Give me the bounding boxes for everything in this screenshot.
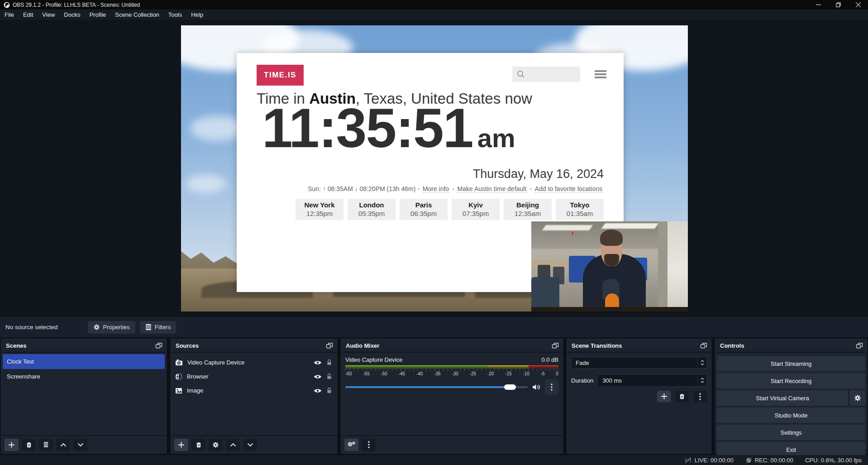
webcam-video-source[interactable] bbox=[531, 221, 688, 312]
scene-item-screenshare[interactable]: Screenshare bbox=[3, 369, 165, 384]
virtual-camera-config-button[interactable] bbox=[850, 390, 865, 406]
properties-button[interactable]: Properties bbox=[88, 321, 135, 334]
add-scene-button[interactable] bbox=[5, 439, 19, 451]
obs-logo-icon bbox=[4, 2, 10, 8]
transition-value: Fade bbox=[572, 360, 697, 366]
source-item-browser[interactable]: Browser bbox=[171, 369, 337, 384]
program-canvas[interactable]: TIME.IS Time in Austin, Texas, United St… bbox=[181, 25, 688, 312]
popout-icon[interactable] bbox=[552, 342, 559, 349]
remove-source-button[interactable] bbox=[191, 439, 205, 451]
popout-icon[interactable] bbox=[700, 342, 707, 349]
source-item-image[interactable]: Image bbox=[171, 384, 337, 398]
scene-item-clock-test[interactable]: Clock Test bbox=[3, 354, 165, 369]
volume-meter bbox=[345, 365, 558, 369]
duration-spinbox[interactable]: 300 ms bbox=[597, 374, 707, 387]
window-wall bbox=[668, 221, 688, 312]
source-item-video-capture[interactable]: Video Capture Device bbox=[171, 355, 337, 369]
volume-slider-handle[interactable] bbox=[504, 384, 516, 390]
add-source-button[interactable] bbox=[174, 439, 188, 451]
live-status: LIVE: 00:00:00 bbox=[684, 457, 734, 464]
obs-window: OBS 29.1.2 - Profile: LLHLS BETA - Scene… bbox=[0, 0, 868, 465]
studio-mode-button[interactable]: Studio Mode bbox=[717, 407, 865, 423]
make-default-link: Make Austin time default bbox=[458, 185, 527, 193]
city-tile: Beijing12:35am bbox=[504, 199, 552, 220]
minimize-button[interactable] bbox=[808, 0, 828, 10]
scenes-toolbar bbox=[1, 435, 166, 453]
meter-tick-labels: -60-55-50-45-40-35-30-25-20-15-10-50 bbox=[345, 371, 558, 376]
move-source-up-button[interactable] bbox=[226, 439, 240, 451]
image-icon bbox=[175, 388, 182, 394]
source-properties-button[interactable] bbox=[209, 439, 223, 451]
camera-icon bbox=[175, 359, 183, 366]
menu-docks[interactable]: Docks bbox=[59, 10, 85, 20]
unlock-icon[interactable] bbox=[326, 359, 332, 366]
chevron-up-icon bbox=[701, 378, 704, 380]
mixer-menu-button[interactable] bbox=[362, 439, 376, 451]
gear-icon bbox=[854, 394, 861, 402]
remove-transition-button[interactable] bbox=[675, 391, 689, 402]
mixer-channel-menu-button[interactable] bbox=[545, 379, 558, 395]
shirt-graphic bbox=[605, 293, 619, 308]
close-button[interactable] bbox=[848, 0, 868, 10]
menu-help[interactable]: Help bbox=[186, 10, 208, 20]
scene-list: Clock Test Screenshare bbox=[1, 353, 166, 385]
person-hair bbox=[600, 230, 623, 246]
start-recording-button[interactable]: Start Recording bbox=[717, 373, 865, 388]
favorites-link: Add to favorite locations bbox=[535, 185, 602, 193]
transition-select[interactable]: Fade bbox=[571, 357, 707, 369]
hamburger-menu-icon bbox=[595, 70, 606, 78]
popout-icon[interactable] bbox=[155, 342, 162, 349]
eye-icon[interactable] bbox=[314, 388, 322, 393]
popout-icon[interactable] bbox=[326, 342, 333, 349]
volume-slider[interactable] bbox=[345, 386, 528, 388]
eye-icon[interactable] bbox=[314, 374, 322, 379]
cloud-decor bbox=[186, 175, 226, 193]
mixer-db-value: 0.0 dB bbox=[541, 356, 558, 363]
move-source-down-button[interactable] bbox=[243, 439, 257, 451]
filter-icon bbox=[43, 441, 49, 448]
move-scene-up-button[interactable] bbox=[56, 439, 70, 451]
menu-scene-collection[interactable]: Scene Collection bbox=[110, 10, 164, 20]
controls-title: Controls bbox=[720, 342, 744, 349]
record-off-icon bbox=[745, 457, 752, 464]
transition-select-arrows[interactable] bbox=[697, 357, 706, 368]
start-virtual-camera-button[interactable]: Start Virtual Camera bbox=[717, 390, 848, 406]
menu-file[interactable]: File bbox=[0, 10, 19, 20]
menu-tools[interactable]: Tools bbox=[164, 10, 186, 20]
gear-icon bbox=[93, 324, 100, 331]
filters-button[interactable]: Filters bbox=[140, 321, 176, 334]
unlock-icon[interactable] bbox=[326, 387, 332, 394]
transition-properties-button[interactable] bbox=[693, 391, 707, 402]
restore-button[interactable] bbox=[828, 0, 848, 10]
start-streaming-button[interactable]: Start Streaming bbox=[717, 356, 865, 371]
dots-icon bbox=[368, 441, 370, 448]
menu-view[interactable]: View bbox=[38, 10, 59, 20]
mixer-toolbar bbox=[341, 435, 563, 453]
more-info-link: More info bbox=[423, 185, 449, 193]
add-transition-button[interactable] bbox=[657, 391, 671, 402]
speaker-icon[interactable] bbox=[532, 384, 541, 391]
settings-button[interactable]: Settings bbox=[717, 425, 865, 440]
scenes-panel: Scenes Clock Test Screenshare bbox=[1, 339, 167, 454]
menu-bar: File Edit View Docks Profile Scene Colle… bbox=[0, 10, 868, 20]
meter-ruler bbox=[345, 369, 558, 371]
status-bar: LIVE: 00:00:00 REC: 00:00:00 CPU: 0.6%, … bbox=[0, 455, 868, 465]
duration-spin-arrows[interactable] bbox=[697, 374, 706, 386]
eye-icon[interactable] bbox=[314, 360, 322, 365]
gear-icon bbox=[212, 441, 219, 448]
timeis-clock: 11:35:51am bbox=[262, 96, 515, 160]
scene-filters-button[interactable] bbox=[39, 439, 53, 451]
popout-icon[interactable] bbox=[856, 342, 863, 349]
city-tile: Kyiv07:35pm bbox=[452, 199, 500, 220]
unlock-icon[interactable] bbox=[326, 373, 332, 380]
menu-profile[interactable]: Profile bbox=[85, 10, 110, 20]
concrete-column bbox=[658, 221, 668, 312]
chevron-up-icon bbox=[60, 443, 67, 447]
remove-scene-button[interactable] bbox=[22, 439, 36, 451]
mixer-title: Audio Mixer bbox=[346, 342, 379, 349]
advanced-audio-button[interactable] bbox=[344, 439, 358, 451]
menu-edit[interactable]: Edit bbox=[19, 10, 38, 20]
move-scene-down-button[interactable] bbox=[73, 439, 87, 451]
sources-title: Sources bbox=[176, 342, 199, 349]
controls-panel: Controls Start Streaming Start Recording… bbox=[715, 339, 867, 454]
